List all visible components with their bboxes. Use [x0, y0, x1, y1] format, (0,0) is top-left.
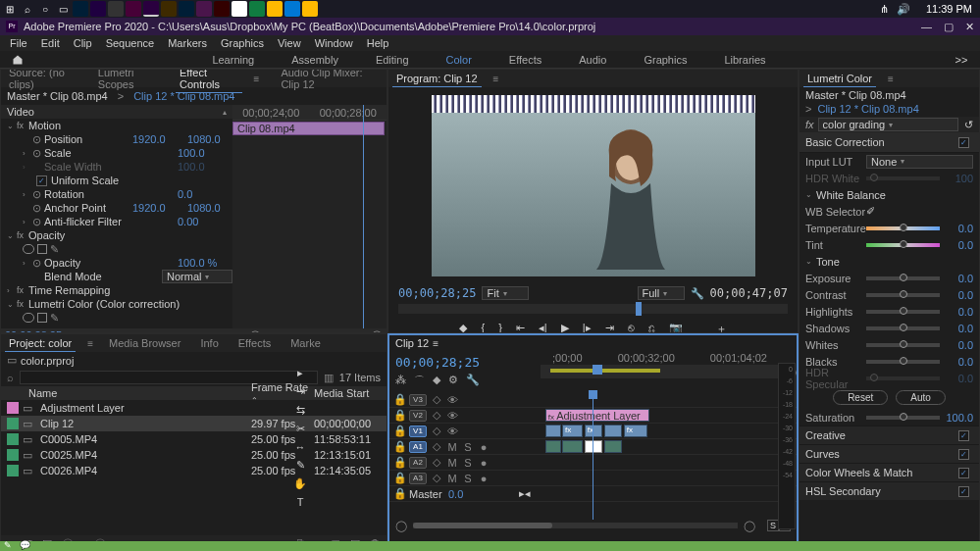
program-panel-menu[interactable]: ≡	[493, 74, 499, 84]
linked-selection-icon[interactable]: ⌒	[414, 374, 425, 388]
wrench-icon[interactable]: 🔧	[691, 287, 704, 300]
prop-rotation[interactable]: 0.0	[178, 188, 232, 200]
ripple-tool[interactable]: ⇆	[296, 404, 305, 417]
tl-wrench-icon[interactable]: 🔧	[466, 374, 480, 388]
play-icon[interactable]: ▶	[561, 322, 569, 333]
taskbar-app-excel[interactable]	[249, 1, 265, 17]
blacks-value[interactable]: 0.0	[946, 356, 973, 368]
track-out-icon[interactable]: ◇	[431, 409, 442, 422]
menu-graphics[interactable]: Graphics	[215, 36, 270, 50]
taskview-icon[interactable]: ▭	[55, 1, 71, 17]
workspace-effects[interactable]: Effects	[509, 54, 542, 66]
lum-auto-button[interactable]: Auto	[896, 390, 946, 405]
prop-opacity[interactable]: 100.0 %	[178, 257, 232, 269]
mask-pen-icon[interactable]: ✎	[50, 243, 59, 256]
mic-icon[interactable]: ●	[478, 457, 490, 469]
track-target-v2[interactable]: V2	[409, 410, 427, 422]
master-link-icon[interactable]: ▸◂	[519, 487, 531, 500]
menu-edit[interactable]: Edit	[35, 36, 66, 50]
track-lock-icon[interactable]: 🔒	[393, 393, 405, 406]
wifi-icon[interactable]: ⋔	[880, 3, 889, 16]
program-timecode[interactable]: 00;00;28;25	[398, 286, 476, 300]
lum-creative-checkbox[interactable]: ✓	[958, 430, 969, 441]
mask-ellipse-icon[interactable]	[23, 244, 34, 254]
menu-sequence[interactable]: Sequence	[100, 36, 161, 50]
whites-slider[interactable]	[866, 343, 940, 347]
eyedropper-icon[interactable]: ✐	[866, 205, 875, 218]
timeline-video-clip[interactable]: fx	[624, 425, 647, 437]
fx-timeremap[interactable]: Time Remapping	[28, 284, 232, 296]
project-item-row[interactable]: ▭ C0026.MP4 25.00 fps 12:14:35:05	[1, 463, 387, 478]
track-out-icon[interactable]: ◇	[431, 456, 442, 469]
lum-colorwheels[interactable]: Color Wheels & Match	[805, 467, 912, 478]
taskbar-app-chrome[interactable]	[232, 1, 247, 17]
track-lock-icon[interactable]: 🔒	[393, 487, 405, 500]
lum-curves[interactable]: Curves	[805, 448, 840, 460]
shadows-value[interactable]: 0.0	[946, 323, 973, 334]
project-breadcrumb[interactable]: color.prproj	[21, 355, 74, 367]
saturation-value[interactable]: 100.0	[946, 412, 973, 424]
whites-value[interactable]: 0.0	[946, 339, 973, 351]
timeline-video-clip[interactable]: fx	[562, 425, 583, 437]
lift-icon[interactable]: ⎋	[628, 322, 635, 333]
mark-in-icon[interactable]: {	[481, 322, 485, 333]
ec-playhead[interactable]	[363, 105, 364, 328]
tab-project[interactable]: Project: color	[5, 335, 76, 352]
temperature-value[interactable]: 0.0	[946, 223, 973, 234]
workspace-graphics[interactable]: Graphics	[644, 54, 687, 66]
timeline-panel-menu[interactable]: ≡	[433, 338, 438, 349]
comment-icon[interactable]: 💬	[20, 540, 30, 550]
temperature-slider[interactable]	[866, 226, 940, 230]
blacks-slider[interactable]	[866, 360, 940, 364]
menu-clip[interactable]: Clip	[68, 36, 98, 50]
timeline-audio-clip[interactable]	[604, 440, 623, 453]
lum-curves-checkbox[interactable]: ✓	[958, 449, 969, 460]
lum-hsl[interactable]: HSL Secondary	[805, 485, 881, 497]
timeline-video-clip[interactable]	[604, 425, 623, 437]
timeline-video-clip[interactable]: fx	[585, 425, 603, 437]
lum-link[interactable]: Clip 12 * Clip 08.mp4	[817, 103, 918, 115]
workspace-assembly[interactable]: Assembly	[291, 54, 338, 66]
track-out-icon[interactable]: ◇	[431, 425, 442, 437]
button-editor-plus[interactable]: ＋	[716, 322, 727, 333]
close-button[interactable]: ✕	[965, 21, 974, 33]
program-scrubber[interactable]	[398, 304, 788, 314]
track-target-v1[interactable]: V1	[409, 426, 427, 437]
razor-tool[interactable]: ✂	[296, 423, 305, 435]
mask-rect-icon2[interactable]	[37, 313, 47, 323]
prop-anchor-y[interactable]: 1080.0	[187, 202, 232, 214]
taskbar-app-folder[interactable]	[267, 1, 283, 17]
tone-label[interactable]: Tone	[816, 256, 840, 268]
tint-value[interactable]: 0.0	[946, 239, 973, 251]
shadows-slider[interactable]	[866, 326, 940, 330]
lum-hsl-checkbox[interactable]: ✓	[958, 486, 969, 497]
prop-scale[interactable]: 100.0	[178, 147, 232, 159]
minimize-button[interactable]: —	[921, 21, 932, 33]
track-select-tool[interactable]: ⇥	[296, 385, 305, 398]
track-lock-icon[interactable]: 🔒	[393, 440, 405, 453]
timeline-playhead[interactable]	[593, 392, 593, 520]
tab-effects[interactable]: Effects	[234, 335, 275, 351]
track-target-a2[interactable]: A2	[409, 457, 427, 469]
mask-rect-icon[interactable]	[37, 244, 47, 254]
workspace-libraries[interactable]: Libraries	[724, 54, 765, 66]
track-eye-icon[interactable]: 👁	[446, 410, 458, 422]
taskbar-app-ps2[interactable]	[179, 1, 194, 17]
track-out-icon[interactable]: ◇	[431, 472, 442, 484]
tab-program[interactable]: Program: Clip 12	[392, 71, 482, 87]
workspace-audio[interactable]: Audio	[579, 54, 606, 66]
panel-menu-icon[interactable]: ≡	[254, 74, 260, 84]
track-target-a1[interactable]: A1	[409, 441, 427, 453]
lum-basic-checkbox[interactable]: ✓	[958, 137, 969, 148]
track-lock-icon[interactable]: 🔒	[393, 425, 405, 437]
program-video-viewport[interactable]	[432, 95, 755, 276]
add-marker-icon[interactable]: ◆	[459, 322, 467, 333]
timeline-audio-clip-selected[interactable]	[585, 440, 603, 453]
lum-basic-label[interactable]: Basic Correction	[805, 136, 885, 148]
mask-ellipse-icon2[interactable]	[23, 313, 34, 323]
search-icon[interactable]: ⌕	[20, 1, 35, 17]
taskbar-app-pr[interactable]	[143, 1, 159, 17]
tab-media-browser[interactable]: Media Browser	[105, 335, 184, 351]
taskbar-app-ue[interactable]	[108, 1, 124, 17]
start-button[interactable]: ⊞	[2, 1, 18, 17]
